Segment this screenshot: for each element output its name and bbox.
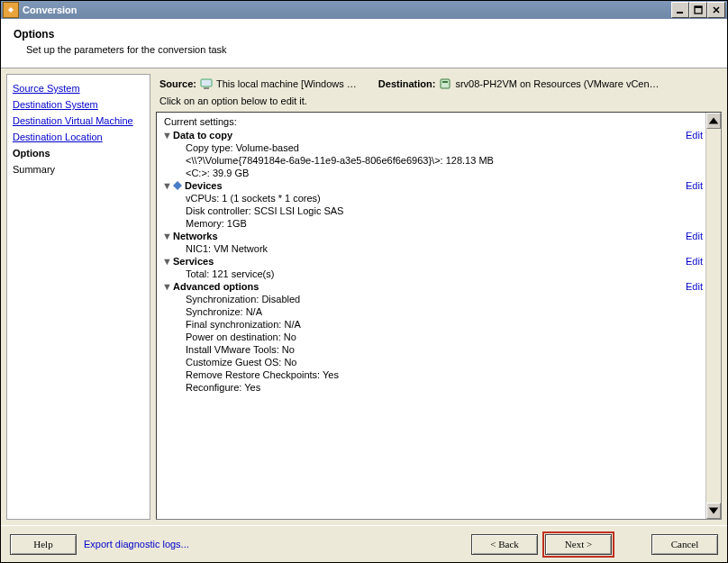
section-title: Data to copy [173, 130, 686, 141]
section-header[interactable]: ▼DevicesEdit [160, 179, 721, 192]
sidebar-item-destination-virtual-machine[interactable]: Destination Virtual Machine [13, 113, 144, 129]
cancel-button[interactable]: Cancel [651, 534, 718, 555]
triangle-down-icon: ▼ [162, 256, 171, 267]
export-logs-link[interactable]: Export diagnostic logs... [84, 539, 189, 549]
section-title: Networks [173, 231, 686, 241]
page-subtitle: Set up the parameters for the conversion… [26, 44, 714, 55]
sidebar-item-summary: Summary [13, 161, 144, 177]
edit-link[interactable]: Edit [686, 231, 703, 241]
setting-row: Power on destination: No [160, 331, 721, 343]
destination-label: Destination: [378, 78, 436, 89]
setting-row: Synchronization: Disabled [160, 293, 721, 305]
source-dest-bar: Source: This local machine [Windows … De… [156, 74, 722, 95]
setting-row: Memory: 1GB [160, 217, 721, 230]
svg-rect-1 [677, 12, 683, 14]
triangle-down-icon: ▼ [162, 231, 171, 241]
scroll-up-button[interactable] [706, 113, 721, 129]
section-header[interactable]: ▼NetworksEdit [160, 230, 721, 242]
body: Source System Destination System Destina… [1, 68, 727, 525]
svg-rect-3 [695, 6, 702, 8]
setting-row: Synchronize: N/A [160, 305, 721, 318]
svg-rect-7 [442, 81, 448, 83]
scroll-track[interactable] [706, 129, 721, 503]
setting-row: Remove Restore Checkpoints: Yes [160, 368, 721, 381]
setting-row: Total: 121 service(s) [160, 268, 721, 280]
scroll-down-button[interactable] [706, 503, 721, 519]
window: Conversion Options Set up the parameters… [0, 0, 728, 563]
main: Source: This local machine [Windows … De… [156, 74, 722, 520]
setting-row: Customize Guest OS: No [160, 356, 721, 368]
setting-row: Disk controller: SCSI LSI Logic SAS [160, 204, 721, 217]
computer-icon [200, 77, 213, 90]
setting-row: Install VMware Tools: No [160, 343, 721, 356]
destination-value: srv08-PH2VM on Resources (VMware vCen… [455, 78, 659, 89]
setting-row: NIC1: VM Network [160, 242, 721, 255]
edit-link[interactable]: Edit [686, 256, 703, 267]
sidebar: Source System Destination System Destina… [6, 74, 150, 520]
titlebar: Conversion [1, 1, 727, 19]
section-header[interactable]: ▼Data to copyEdit [160, 129, 721, 141]
triangle-down-icon: ▼ [162, 180, 171, 191]
page-title: Options [14, 28, 714, 41]
setting-row: <\\?\Volume{7849184e-6a9e-11e9-a3e5-806e… [160, 154, 721, 167]
back-button[interactable]: < Back [471, 534, 538, 555]
section-header[interactable]: ▼Advanced optionsEdit [160, 280, 721, 293]
app-icon [3, 2, 19, 18]
scrollbar[interactable] [705, 113, 721, 519]
svg-rect-5 [204, 87, 209, 89]
setting-row: Final synchronization: N/A [160, 318, 721, 331]
edit-link[interactable]: Edit [686, 180, 703, 191]
options-panel-inner: Current settings: ▼Data to copyEditCopy … [157, 113, 721, 519]
current-settings-caption: Current settings: [160, 114, 721, 129]
triangle-down-icon: ▼ [162, 281, 171, 292]
edit-link[interactable]: Edit [686, 281, 703, 292]
svg-rect-6 [441, 79, 450, 88]
source-value: This local machine [Windows … [216, 78, 357, 89]
section-header[interactable]: ▼ServicesEdit [160, 255, 721, 268]
section-title: Services [173, 256, 686, 267]
options-panel: Current settings: ▼Data to copyEditCopy … [156, 112, 722, 520]
maximize-button[interactable] [689, 2, 707, 18]
header: Options Set up the parameters for the co… [1, 19, 727, 68]
host-icon [439, 77, 451, 90]
footer: Help Export diagnostic logs... < Back Ne… [1, 525, 727, 562]
instruction-text: Click on an option below to edit it. [156, 95, 722, 112]
svg-rect-4 [201, 79, 212, 86]
next-button[interactable]: Next > [545, 534, 612, 555]
window-title: Conversion [23, 5, 671, 15]
section-title: Devices [185, 180, 686, 191]
section-title: Advanced options [173, 281, 686, 292]
help-button[interactable]: Help [10, 534, 77, 555]
sidebar-item-source-system[interactable]: Source System [13, 80, 144, 96]
setting-row: <C:>: 39.9 GB [160, 167, 721, 179]
minimize-button[interactable] [671, 2, 689, 18]
setting-row: vCPUs: 1 (1 sockets * 1 cores) [160, 192, 721, 204]
close-button[interactable] [707, 2, 725, 18]
setting-row: Copy type: Volume-based [160, 141, 721, 154]
triangle-down-icon: ▼ [162, 130, 171, 141]
sidebar-item-destination-location[interactable]: Destination Location [13, 129, 144, 145]
edit-link[interactable]: Edit [686, 130, 703, 141]
window-buttons [671, 2, 725, 18]
setting-row: Reconfigure: Yes [160, 381, 721, 394]
source-label: Source: [159, 78, 196, 89]
diamond-icon [173, 181, 182, 190]
sidebar-item-options: Options [13, 145, 144, 161]
sidebar-item-destination-system[interactable]: Destination System [13, 96, 144, 113]
